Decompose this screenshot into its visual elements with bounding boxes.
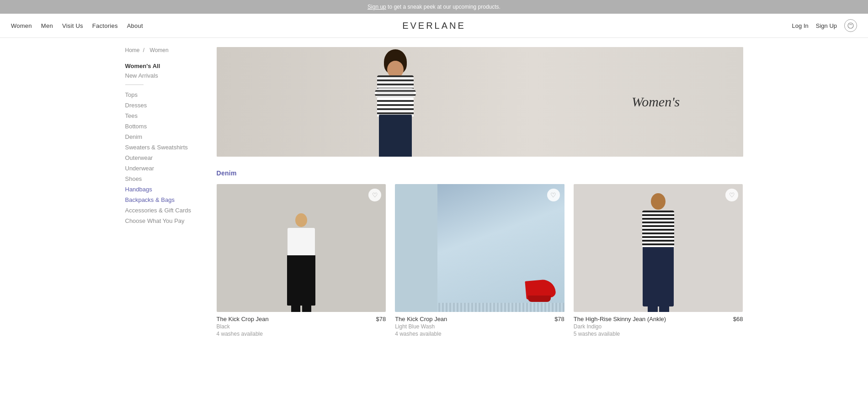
top-banner: Sign up to get a sneak peek at our upcom…: [0, 0, 868, 14]
section-title: Denim: [217, 169, 743, 177]
hero-banner: Women's: [217, 47, 743, 157]
product-image-3: ♡: [574, 184, 743, 312]
product-grid: ♡ The Kick Crop Jean Black 4 washes avai…: [217, 184, 743, 337]
product-name-3: The High-Rise Skinny Jean (Ankle): [574, 316, 666, 322]
sidebar: Home / Women Women's All New Arrivals To…: [125, 47, 217, 337]
product-color-1: Black: [217, 323, 269, 330]
wishlist-btn-1[interactable]: ♡: [368, 189, 381, 201]
sidebar-item-tees[interactable]: Tees: [125, 112, 208, 119]
nav-visit-us[interactable]: Visit Us: [62, 22, 83, 29]
sidebar-item-outerwear[interactable]: Outerwear: [125, 154, 208, 161]
nav-left: Women Men Visit Us Factories About: [11, 22, 143, 29]
page-content: Home / Women Women's All New Arrivals To…: [114, 38, 754, 346]
sidebar-title[interactable]: Women's All: [125, 63, 208, 69]
product-color-2: Light Blue Wash: [395, 323, 447, 330]
product-image-2: ♡: [395, 184, 564, 312]
product-card-3[interactable]: ♡ The High-Rise Skinny Jean (Ankle) Dark…: [574, 184, 743, 337]
product-card-2[interactable]: ♡ The Kick Crop Jean Light Blue Wash 4 w…: [395, 184, 564, 337]
main-area: Women's Denim: [217, 47, 743, 337]
sidebar-item-underwear[interactable]: Underwear: [125, 165, 208, 172]
sidebar-item-shoes[interactable]: Shoes: [125, 175, 208, 182]
sidebar-item-sweaters[interactable]: Sweaters & Sweatshirts: [125, 144, 208, 151]
product-info-3: The High-Rise Skinny Jean (Ankle) Dark I…: [574, 316, 743, 337]
product-washes-2: 4 washes available: [395, 331, 447, 337]
breadcrumb-home[interactable]: Home: [125, 47, 140, 53]
sidebar-item-dresses[interactable]: Dresses: [125, 102, 208, 109]
product-price-2: $78: [554, 316, 564, 322]
main-nav: Women Men Visit Us Factories About EVERL…: [0, 14, 868, 38]
product-price-3: $68: [733, 316, 743, 322]
cart-icon[interactable]: [844, 19, 857, 32]
product-washes-1: 4 washes available: [217, 331, 269, 337]
sidebar-item-denim[interactable]: Denim: [125, 133, 208, 140]
product-name-2: The Kick Crop Jean: [395, 316, 447, 322]
wishlist-btn-3[interactable]: ♡: [725, 189, 738, 201]
breadcrumb-current: Women: [150, 47, 169, 53]
product-info-2: The Kick Crop Jean Light Blue Wash 4 was…: [395, 316, 564, 337]
product-washes-3: 5 washes available: [574, 331, 666, 337]
product-card-1[interactable]: ♡ The Kick Crop Jean Black 4 washes avai…: [217, 184, 386, 337]
nav-women[interactable]: Women: [11, 22, 32, 29]
sidebar-divider: [125, 84, 144, 85]
nav-men[interactable]: Men: [41, 22, 53, 29]
sidebar-item-handbags[interactable]: Handbags: [125, 186, 208, 193]
breadcrumb-separator: /: [143, 47, 144, 53]
sidebar-item-backpacks[interactable]: Backpacks & Bags: [125, 196, 208, 203]
product-info-1: The Kick Crop Jean Black 4 washes availa…: [217, 316, 386, 337]
login-link[interactable]: Log In: [792, 22, 809, 29]
nav-about[interactable]: About: [127, 22, 143, 29]
sidebar-item-choose[interactable]: Choose What You Pay: [125, 217, 208, 224]
sidebar-new-arrivals[interactable]: New Arrivals: [125, 72, 208, 79]
breadcrumb: Home / Women: [125, 47, 208, 53]
signup-link[interactable]: Sign up: [367, 4, 386, 10]
brand-logo[interactable]: EVERLANE: [402, 21, 466, 31]
nav-right: Log In Sign Up: [792, 19, 857, 32]
hero-title: Women's: [632, 94, 680, 110]
sidebar-item-accessories[interactable]: Accessories & Gift Cards: [125, 207, 208, 214]
product-color-3: Dark Indigo: [574, 323, 666, 330]
product-price-1: $78: [376, 316, 386, 322]
nav-factories[interactable]: Factories: [92, 22, 118, 29]
wishlist-btn-2[interactable]: ♡: [547, 189, 560, 201]
svg-point-0: [848, 23, 853, 28]
product-image-1: ♡: [217, 184, 386, 312]
sidebar-item-tops[interactable]: Tops: [125, 91, 208, 98]
product-name-1: The Kick Crop Jean: [217, 316, 269, 322]
sidebar-item-bottoms[interactable]: Bottoms: [125, 123, 208, 130]
signup-nav-link[interactable]: Sign Up: [816, 22, 837, 29]
sidebar-links: Tops Dresses Tees Bottoms Denim Sweaters…: [125, 91, 208, 224]
